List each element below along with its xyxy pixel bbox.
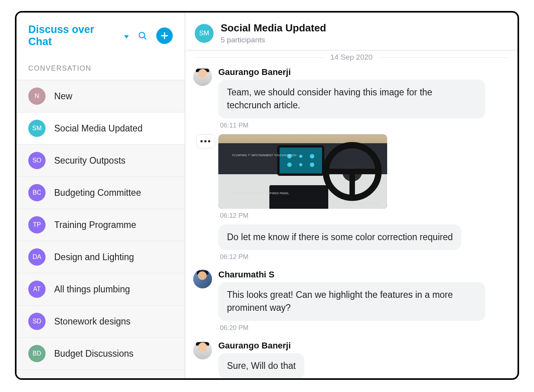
conversation-item[interactable]: SOSecurity Outposts xyxy=(16,145,185,177)
conversation-item[interactable]: SMSocial Media Updated xyxy=(16,113,185,145)
ellipsis-icon: ••• xyxy=(200,136,211,146)
message-bubble: This looks great! Can we highlight the f… xyxy=(218,282,485,321)
conversation-avatar: DA xyxy=(28,248,46,266)
chat-header-avatar: SM xyxy=(195,24,214,43)
message-bubble: Team, we should consider having this ima… xyxy=(218,80,485,119)
chevron-down-icon xyxy=(124,35,129,38)
message-group: Charumathi SThis looks great! Can we hig… xyxy=(193,270,510,337)
conversation-item[interactable]: BCBudgeting Committee xyxy=(16,177,185,209)
message-attachment-wrapper: •••FLOATING 7" INFOTAINMENT TOUCHSCREENP… xyxy=(218,134,510,209)
message-timestamp: 06:20 PM xyxy=(220,324,510,332)
message-author: Charumathi S xyxy=(218,270,510,280)
conversation-avatar: SM xyxy=(28,120,46,137)
message-content: Charumathi SThis looks great! Can we hig… xyxy=(218,270,510,337)
conversation-avatar: BC xyxy=(28,184,46,201)
chat-subtitle: 5 participants xyxy=(221,36,326,44)
conversation-item[interactable]: TPTraining Programme xyxy=(16,209,185,241)
conversation-item[interactable]: SDStonework designs xyxy=(16,306,185,338)
message-more-button[interactable]: ••• xyxy=(196,134,215,148)
conversation-label: Budget Discussions xyxy=(54,348,134,359)
conversation-label: Stonework designs xyxy=(54,316,130,327)
search-icon xyxy=(137,31,148,41)
conversation-list: NNewSMSocial Media UpdatedSOSecurity Out… xyxy=(16,80,185,378)
message-list: Gaurango BanerjiTeam, we should consider… xyxy=(185,65,518,378)
conversation-label: Budgeting Committee xyxy=(54,188,141,198)
plus-icon xyxy=(159,31,170,41)
message-timestamp: 06:11 PM xyxy=(220,122,510,129)
message-author: Gaurango Banerji xyxy=(218,341,510,351)
image-attachment[interactable]: FLOATING 7" INFOTAINMENT TOUCHSCREENPREM… xyxy=(218,134,387,209)
message-group: Gaurango BanerjiTeam, we should consider… xyxy=(193,67,510,266)
chat-header-text: Social Media Updated 5 participants xyxy=(221,22,326,44)
conversation-item[interactable]: DADesign and Lighting xyxy=(16,241,185,273)
image-label: PREMIUM TRI-ARROW INSPIRED PANEL xyxy=(232,192,289,195)
conversation-label: All things plumbing xyxy=(54,284,130,295)
conversation-item[interactable]: NNew xyxy=(16,80,185,113)
search-button[interactable] xyxy=(134,27,151,44)
conversation-avatar: N xyxy=(28,88,46,105)
conversation-avatar: SD xyxy=(28,313,46,330)
message-timestamp: 06:12 PM xyxy=(220,212,510,220)
chat-title: Social Media Updated xyxy=(221,22,326,34)
image-label: FLAT BOTTOM STEERING xyxy=(344,202,380,205)
app-title-label: Discuss over Chat xyxy=(28,24,117,48)
app-frame: Discuss over Chat CONVERSATION NNewSMSoc… xyxy=(15,11,519,380)
message-author: Gaurango Banerji xyxy=(218,67,510,77)
message-content: Gaurango BanerjiTeam, we should consider… xyxy=(218,67,510,266)
sidebar-header: Discuss over Chat xyxy=(16,13,185,57)
conversation-label: New xyxy=(54,91,72,102)
sidebar: Discuss over Chat CONVERSATION NNewSMSoc… xyxy=(16,13,185,378)
new-chat-button[interactable] xyxy=(156,27,173,44)
conversation-label: Training Programme xyxy=(54,220,136,230)
message-timestamp: 06:12 PM xyxy=(220,253,510,261)
conversation-label: Security Outposts xyxy=(54,155,126,166)
conversation-avatar: BD xyxy=(28,345,46,362)
message-bubble: Do let me know if there is some color co… xyxy=(218,224,461,250)
conversation-avatar: SO xyxy=(28,152,46,169)
chat-header: SM Social Media Updated 5 participants xyxy=(185,13,518,51)
conversation-label: Design and Lighting xyxy=(54,252,134,263)
conversation-label: Social Media Updated xyxy=(54,123,143,134)
chat-pane: SM Social Media Updated 5 participants 1… xyxy=(185,13,518,378)
message-group: Gaurango BanerjiSure, Will do that06:20 … xyxy=(193,341,510,378)
message-content: Gaurango BanerjiSure, Will do that06:20 … xyxy=(218,341,510,378)
svg-line-1 xyxy=(144,37,146,39)
conversation-item[interactable]: BDBudget Discussions xyxy=(16,338,185,370)
message-avatar xyxy=(193,341,212,359)
conversation-avatar: AT xyxy=(28,281,46,298)
image-label: FLOATING 7" INFOTAINMENT TOUCHSCREEN xyxy=(232,154,296,157)
conversation-item[interactable]: ATAll things plumbing xyxy=(16,273,185,306)
conversation-avatar: TP xyxy=(28,216,46,233)
app-title-dropdown[interactable]: Discuss over Chat xyxy=(28,24,129,48)
message-avatar xyxy=(193,67,212,86)
message-bubble: Sure, Will do that xyxy=(218,353,304,378)
date-divider-label: 14 Sep 2020 xyxy=(330,53,373,62)
conversation-section-label: CONVERSATION xyxy=(16,57,185,80)
message-avatar xyxy=(193,270,212,288)
date-divider: 14 Sep 2020 xyxy=(185,51,518,65)
